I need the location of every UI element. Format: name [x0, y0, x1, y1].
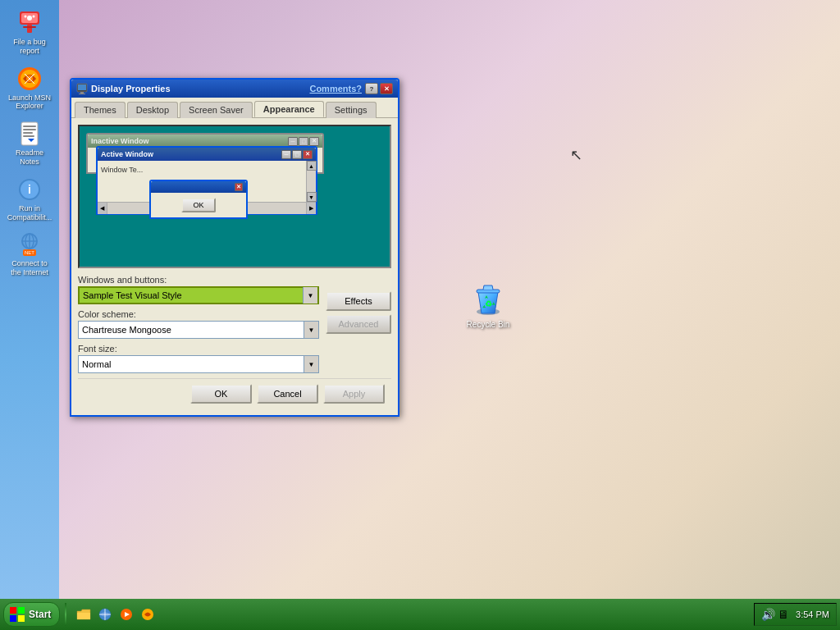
svg-rect-34: [18, 615, 25, 622]
tray-icons: 🔊 🖥: [761, 608, 789, 621]
sidebar-item-msn[interactable]: Launch MSN Explorer: [2, 62, 57, 115]
tray-volume-icon[interactable]: 🔊: [761, 608, 775, 621]
tray-network-icon[interactable]: 🖥: [778, 608, 789, 621]
windows-buttons-label: Windows and buttons:: [78, 275, 319, 285]
titlebar-title-area: Display Properties: [76, 83, 171, 94]
color-scheme-dropdown-arrow[interactable]: ▼: [304, 322, 318, 338]
svg-rect-13: [23, 132, 33, 134]
compat-icon: i: [16, 176, 43, 203]
tab-appearance[interactable]: Appearance: [254, 101, 324, 117]
color-scheme-group: Color scheme: Chartreuse Mongoose ▼: [78, 309, 319, 339]
preview-msgbox-titlebar: ✕: [151, 181, 246, 193]
svg-rect-11: [23, 126, 36, 127]
preview-inactive-title: Inactive Window: [91, 137, 148, 145]
tabs-bar: Themes Desktop Screen Saver Appearance S…: [71, 98, 398, 118]
color-scheme-value: Chartreuse Mongoose: [79, 323, 304, 336]
preview-inactive-controls: ─ □ ✕: [288, 137, 319, 146]
apply-button[interactable]: Apply: [323, 384, 385, 404]
dialog-bottom-buttons: OK Cancel Apply: [78, 378, 391, 409]
preview-msgbox-close: ✕: [235, 183, 243, 191]
taskbar-divider: [65, 603, 66, 626]
color-scheme-label: Color scheme:: [78, 309, 319, 319]
windows-style-select[interactable]: Sample Test Visual Style ▼: [78, 286, 319, 304]
dialog-content: Inactive Window ─ □ ✕ Active Window: [71, 118, 398, 415]
sidebar-item-label: Readme Notes: [6, 148, 53, 167]
active-close-btn: ✕: [303, 150, 313, 159]
svg-rect-30: [79, 94, 85, 94]
font-size-group: Font size: Normal ▼: [78, 344, 319, 373]
tab-desktop[interactable]: Desktop: [127, 102, 178, 118]
readme-icon: [16, 121, 43, 147]
preview-active-controls: ─ □ ✕: [281, 150, 313, 159]
close-button[interactable]: ✕: [380, 83, 393, 94]
hscroll-right-btn: ▶: [306, 203, 316, 214]
active-min-btn: ─: [281, 150, 291, 159]
preview-window-text: Window Te...: [101, 166, 143, 174]
windows-flag-icon: [9, 606, 25, 623]
sidebar-item-label: Launch MSN Explorer: [6, 94, 53, 112]
comments-link[interactable]: Comments?: [309, 84, 362, 94]
font-size-value: Normal: [79, 358, 304, 371]
form-left: Windows and buttons: Sample Test Visual …: [78, 275, 319, 378]
sidebar-item-bug-report[interactable]: File a bug report: [2, 7, 57, 59]
color-scheme-select[interactable]: Chartreuse Mongoose ▼: [78, 321, 319, 339]
sidebar-item-readme[interactable]: Readme Notes: [2, 117, 57, 170]
advanced-button: Advanced: [326, 314, 391, 334]
taskbar-icon-msn[interactable]: [139, 605, 157, 623]
font-size-select[interactable]: Normal ▼: [78, 355, 319, 373]
start-label: Start: [29, 609, 51, 620]
svg-rect-33: [10, 615, 16, 622]
recycle-bin-icon: ♻: [468, 279, 508, 318]
svg-rect-6: [23, 26, 36, 28]
titlebar-controls: Comments? ? ✕: [309, 83, 393, 94]
dialog-title-text: Display Properties: [91, 84, 171, 94]
sidebar-item-label: Run in Compatibilit...: [6, 204, 53, 222]
bug-icon: [16, 10, 43, 36]
tab-themes[interactable]: Themes: [75, 102, 126, 118]
svg-text:i: i: [28, 183, 31, 196]
taskbar-icon-folder[interactable]: [75, 605, 93, 623]
taskbar-icon-media[interactable]: [117, 605, 135, 623]
sidebar: File a bug report Launch MSN Explorer: [0, 0, 59, 599]
svg-rect-32: [18, 607, 25, 614]
display-icon: [76, 83, 88, 94]
sidebar-item-label: File a bug report: [6, 38, 53, 56]
sidebar-item-label: Connect to the Internet: [6, 259, 53, 277]
taskbar: Start: [0, 599, 840, 630]
svg-point-3: [25, 16, 27, 18]
hscroll-left-btn: ◀: [98, 203, 107, 214]
inactive-max-btn: □: [299, 137, 308, 146]
taskbar-icon-ie[interactable]: [96, 605, 114, 623]
ok-button[interactable]: OK: [190, 384, 252, 404]
font-size-dropdown-arrow[interactable]: ▼: [304, 356, 318, 372]
effects-button[interactable]: Effects: [326, 291, 391, 311]
start-button[interactable]: Start: [3, 602, 60, 627]
preview-msgbox-body: OK: [151, 193, 246, 217]
cancel-button[interactable]: Cancel: [257, 384, 318, 404]
tab-settings[interactable]: Settings: [326, 102, 377, 118]
scroll-up-btn: ▲: [307, 161, 317, 171]
preview-active-titlebar: Active Window ─ □ ✕: [98, 148, 316, 161]
svg-rect-14: [23, 135, 34, 137]
tab-screensaver[interactable]: Screen Saver: [180, 102, 253, 118]
svg-rect-29: [80, 92, 84, 94]
system-clock: 3:54 PM: [796, 609, 829, 619]
connect-icon: NET: [16, 231, 43, 258]
windows-style-dropdown-arrow[interactable]: ▼: [303, 287, 317, 304]
form-area: Windows and buttons: Sample Test Visual …: [78, 275, 391, 378]
svg-rect-28: [78, 84, 86, 90]
preview-area: Inactive Window ─ □ ✕ Active Window: [78, 125, 391, 268]
windows-style-value: Sample Test Visual Style: [80, 289, 303, 302]
svg-rect-31: [10, 607, 16, 614]
sidebar-item-compat[interactable]: i Run in Compatibilit...: [2, 173, 57, 226]
inactive-min-btn: ─: [288, 137, 298, 146]
recycle-bin[interactable]: ♻ Recycle Bin: [459, 279, 517, 329]
msn-icon: [16, 66, 43, 92]
system-tray: 🔊 🖥 3:54 PM: [754, 603, 837, 626]
dialog-titlebar: Display Properties Comments? ? ✕: [71, 80, 398, 98]
sidebar-item-connect[interactable]: NET Connect to the Internet: [2, 228, 57, 281]
preview-ok-button[interactable]: OK: [181, 198, 215, 212]
windows-buttons-group: Windows and buttons: Sample Test Visual …: [78, 275, 319, 304]
help-button[interactable]: ?: [365, 83, 378, 94]
form-right: Effects Advanced: [326, 275, 391, 378]
